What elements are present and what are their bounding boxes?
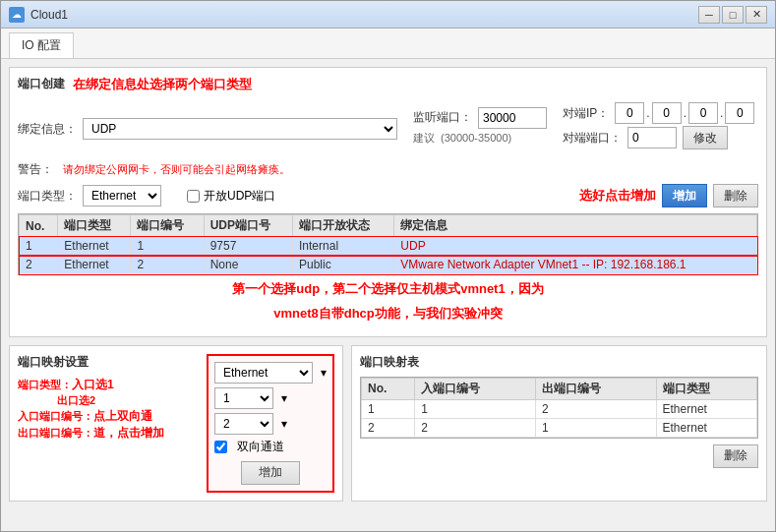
binding-select[interactable]: UDP [83,118,397,140]
suggest-range: (30000-35000) [441,132,511,144]
ip-part-2[interactable] [652,102,682,124]
mt-out: 1 [535,418,656,437]
suggest-text: 建议 [413,131,435,146]
add-button[interactable]: 增加 [662,184,707,207]
mapping-delete-button[interactable]: 删除 [713,444,758,468]
port-mapping-settings-section: 端口映射设置 端口类型：入口选1 出口选2 入口端口编号：点上双向通 出口端口编… [9,345,343,502]
chevron-down-icon3: ▾ [281,417,287,431]
mapping-add-button[interactable]: 增加 [241,461,300,485]
monitor-port-input[interactable] [478,107,547,129]
cell-udp: 9757 [204,237,292,256]
remote-port-label: 对端端口： [563,130,622,147]
mt-no: 1 [362,399,415,418]
cell-no: 1 [20,237,58,256]
table-annotation: 第一个选择udp，第二个选择仅主机模式vmnet1，因为 vmnet8自带dhc… [18,279,758,325]
mt-type: Ethernet [656,399,756,418]
mt-out: 2 [535,399,656,418]
annotation-line2: vmnet8自带dhcp功能，与我们实验冲突 [18,304,758,325]
port-type-label: 端口类型： [18,188,77,205]
title-bar: ☁ Cloud1 ─ □ ✕ [1,1,775,29]
port-table: No. 端口类型 端口编号 UDP端口号 端口开放状态 绑定信息 1 Ether… [19,214,757,274]
tab-bar: IO 配置 [1,29,775,59]
col-num: 端口编号 [131,215,204,237]
mapping-type-select[interactable]: Ethernet [214,362,313,384]
port-type-select[interactable]: Ethernet [83,185,161,207]
binding-label: 绑定信息： [18,121,77,138]
cell-num: 1 [131,237,204,256]
monitor-port-label: 监听端口： [413,109,472,126]
warning-text: 请勿绑定公网网卡，否则可能会引起网络瘫痪。 [63,162,290,177]
table-row[interactable]: 1 Ethernet 1 9757 Internal UDP [20,237,757,256]
maximize-button[interactable]: □ [722,6,744,24]
mt-col-out: 出端口编号 [535,378,656,399]
warning-label: 警告： [18,161,53,178]
note4: 出口端口编号：道，点击增加 [18,425,199,442]
add-annotation: 选好点击增加 [579,187,656,205]
mt-col-no: No. [362,378,415,399]
open-udp-checkbox[interactable] [187,190,200,203]
mt-col-type: 端口类型 [656,378,756,399]
chevron-down-icon2: ▾ [281,391,287,405]
table-row[interactable]: 2 2 1 Ethernet [362,418,757,437]
mapping-table-title: 端口映射表 [360,354,758,371]
col-type: 端口类型 [58,215,131,237]
col-no: No. [20,215,58,237]
port-creation-annotation: 在绑定信息处选择两个端口类型 [73,76,252,93]
mt-type: Ethernet [656,418,756,437]
annotation-line1: 第一个选择udp，第二个选择仅主机模式vmnet1，因为 [18,279,758,300]
cell-status: Public [293,256,394,274]
mapping-controls-box: Ethernet ▾ 1 2 ▾ [207,354,334,493]
warning-row: 警告： 请勿绑定公网网卡，否则可能会引起网络瘫痪。 [18,161,758,178]
ip-part-1[interactable] [615,102,644,124]
bottom-row: 端口映射设置 端口类型：入口选1 出口选2 入口端口编号：点上双向通 出口端口编… [9,345,767,509]
mapping-table: No. 入端口编号 出端口编号 端口类型 1 1 2 Ether [361,378,757,438]
modify-button[interactable]: 修改 [683,126,728,149]
in-port-select[interactable]: 1 2 [214,387,273,409]
bidirectional-checkbox[interactable] [214,441,227,453]
table-row[interactable]: 1 1 2 Ethernet [362,399,757,418]
col-status: 端口开放状态 [293,215,394,237]
col-binding: 绑定信息 [394,215,757,237]
close-button[interactable]: ✕ [746,6,767,24]
main-window: ☁ Cloud1 ─ □ ✕ IO 配置 端口创建 在绑定信息处选择两个端口类型… [0,0,776,532]
minimize-button[interactable]: ─ [698,6,720,24]
cell-type: Ethernet [58,256,131,274]
delete-button[interactable]: 删除 [713,184,758,207]
port-creation-section: 端口创建 在绑定信息处选择两个端口类型 绑定信息： UDP 监听端口： 建议 (… [9,67,767,337]
mt-in: 2 [415,418,536,437]
open-udp-label: 开放UDP端口 [187,188,275,205]
cell-no: 2 [20,256,58,274]
table-row[interactable]: 2 Ethernet 2 None Public VMware Network … [20,256,757,274]
binding-row: 绑定信息： UDP 监听端口： 建议 (30000-35000) [18,102,758,155]
cell-binding: UDP [394,237,757,256]
cell-type: Ethernet [58,237,131,256]
app-icon: ☁ [9,7,25,23]
mt-in: 1 [415,399,536,418]
title-bar-buttons: ─ □ ✕ [698,6,767,24]
mapping-settings-title: 端口映射设置 [18,354,199,371]
port-table-container: No. 端口类型 端口编号 UDP端口号 端口开放状态 绑定信息 1 Ether… [18,213,758,275]
mt-no: 2 [362,418,415,437]
ip-part-4[interactable] [725,102,754,124]
mapping-table-container: No. 入端口编号 出端口编号 端口类型 1 1 2 Ether [360,377,758,439]
note3: 入口端口编号：点上双向通 [18,408,199,425]
cell-binding: VMware Network Adapter VMnet1 -- IP: 192… [394,256,757,274]
out-port-select[interactable]: 2 1 [214,413,273,435]
title-bar-left: ☁ Cloud1 [9,7,68,23]
tab-io-config[interactable]: IO 配置 [9,32,74,58]
ip-part-3[interactable] [688,102,718,124]
mt-col-in: 入端口编号 [415,378,536,399]
remote-ip-group: . . . [615,102,754,124]
port-mapping-table-section: 端口映射表 No. 入端口编号 出端口编号 端口类型 [351,345,767,502]
port-type-row: 端口类型： Ethernet 开放UDP端口 选好点击增加 增加 删除 [18,184,758,207]
remote-port-input[interactable] [627,127,677,148]
cell-num: 2 [131,256,204,274]
cell-status: Internal [293,237,394,256]
main-content: 端口创建 在绑定信息处选择两个端口类型 绑定信息： UDP 监听端口： 建议 (… [1,59,775,531]
chevron-down-icon: ▾ [321,366,327,380]
window-title: Cloud1 [30,8,68,22]
bidirectional-label: 双向通道 [237,439,284,455]
cell-udp: None [204,256,292,274]
remote-ip-label: 对端IP： [563,105,609,122]
port-creation-title: 端口创建 [18,76,65,92]
